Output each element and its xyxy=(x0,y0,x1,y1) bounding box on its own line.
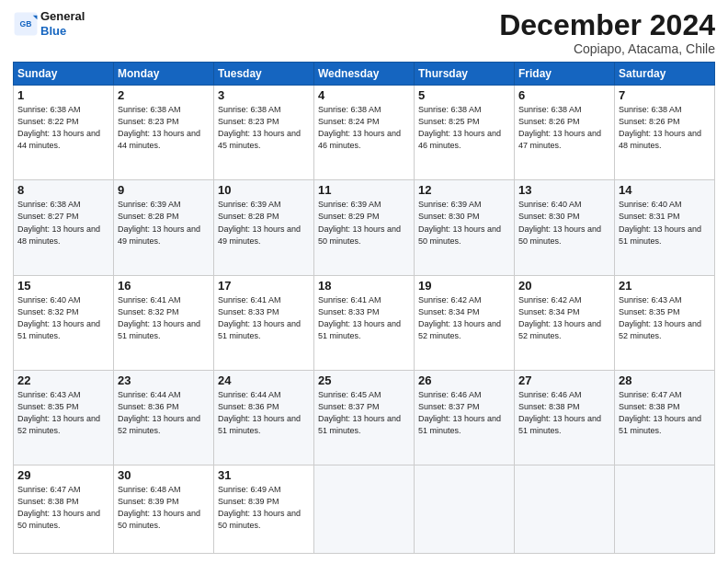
table-row: 2 Sunrise: 6:38 AMSunset: 8:23 PMDayligh… xyxy=(114,86,214,180)
table-row: 15 Sunrise: 6:40 AMSunset: 8:32 PMDaylig… xyxy=(14,275,114,370)
table-row: 12 Sunrise: 6:39 AMSunset: 8:30 PMDaylig… xyxy=(415,180,515,275)
table-row xyxy=(314,465,415,554)
table-row: 1 Sunrise: 6:38 AMSunset: 8:22 PMDayligh… xyxy=(14,86,114,180)
table-row: 3 Sunrise: 6:38 AMSunset: 8:23 PMDayligh… xyxy=(214,86,314,180)
col-friday: Friday xyxy=(515,63,615,86)
table-row: 10 Sunrise: 6:39 AMSunset: 8:28 PMDaylig… xyxy=(214,180,314,275)
logo-icon: GB xyxy=(13,11,39,37)
table-row: 28 Sunrise: 6:47 AMSunset: 8:38 PMDaylig… xyxy=(615,370,715,465)
calendar-table: Sunday Monday Tuesday Wednesday Thursday… xyxy=(13,62,715,554)
table-row: 4 Sunrise: 6:38 AMSunset: 8:24 PMDayligh… xyxy=(314,86,415,180)
page: GB General Blue December 2024 Copiapo, A… xyxy=(0,0,728,563)
title-block: December 2024 Copiapo, Atacama, Chile xyxy=(499,9,715,56)
logo-text: General Blue xyxy=(40,9,85,38)
col-sunday: Sunday xyxy=(14,63,114,86)
table-row: 13 Sunrise: 6:40 AMSunset: 8:30 PMDaylig… xyxy=(515,180,615,275)
table-row: 17 Sunrise: 6:41 AMSunset: 8:33 PMDaylig… xyxy=(214,275,314,370)
table-row: 6 Sunrise: 6:38 AMSunset: 8:26 PMDayligh… xyxy=(515,86,615,180)
table-row: 11 Sunrise: 6:39 AMSunset: 8:29 PMDaylig… xyxy=(314,180,415,275)
header: GB General Blue December 2024 Copiapo, A… xyxy=(13,9,715,56)
table-row: 5 Sunrise: 6:38 AMSunset: 8:25 PMDayligh… xyxy=(415,86,515,180)
logo: GB General Blue xyxy=(13,9,85,38)
table-row: 14 Sunrise: 6:40 AMSunset: 8:31 PMDaylig… xyxy=(615,180,715,275)
table-row: 29 Sunrise: 6:47 AMSunset: 8:38 PMDaylig… xyxy=(14,465,114,554)
table-row: 7 Sunrise: 6:38 AMSunset: 8:26 PMDayligh… xyxy=(615,86,715,180)
table-row: 9 Sunrise: 6:39 AMSunset: 8:28 PMDayligh… xyxy=(114,180,214,275)
table-row: 26 Sunrise: 6:46 AMSunset: 8:37 PMDaylig… xyxy=(415,370,515,465)
logo-line1: General xyxy=(40,9,85,24)
table-row: 31 Sunrise: 6:49 AMSunset: 8:39 PMDaylig… xyxy=(214,465,314,554)
table-row: 30 Sunrise: 6:48 AMSunset: 8:39 PMDaylig… xyxy=(114,465,214,554)
col-saturday: Saturday xyxy=(615,63,715,86)
header-row: Sunday Monday Tuesday Wednesday Thursday… xyxy=(14,63,715,86)
table-row: 19 Sunrise: 6:42 AMSunset: 8:34 PMDaylig… xyxy=(415,275,515,370)
col-wednesday: Wednesday xyxy=(314,63,415,86)
month-title: December 2024 xyxy=(499,9,715,41)
table-row: 24 Sunrise: 6:44 AMSunset: 8:36 PMDaylig… xyxy=(214,370,314,465)
table-row: 27 Sunrise: 6:46 AMSunset: 8:38 PMDaylig… xyxy=(515,370,615,465)
table-row xyxy=(615,465,715,554)
table-row: 21 Sunrise: 6:43 AMSunset: 8:35 PMDaylig… xyxy=(615,275,715,370)
col-tuesday: Tuesday xyxy=(214,63,314,86)
col-monday: Monday xyxy=(114,63,214,86)
col-thursday: Thursday xyxy=(415,63,515,86)
table-row: 23 Sunrise: 6:44 AMSunset: 8:36 PMDaylig… xyxy=(114,370,214,465)
table-row xyxy=(515,465,615,554)
location-subtitle: Copiapo, Atacama, Chile xyxy=(499,41,715,56)
svg-text:GB: GB xyxy=(20,19,32,29)
table-row: 18 Sunrise: 6:41 AMSunset: 8:33 PMDaylig… xyxy=(314,275,415,370)
table-row: 20 Sunrise: 6:42 AMSunset: 8:34 PMDaylig… xyxy=(515,275,615,370)
logo-line2: Blue xyxy=(40,24,85,39)
table-row: 25 Sunrise: 6:45 AMSunset: 8:37 PMDaylig… xyxy=(314,370,415,465)
table-row xyxy=(415,465,515,554)
table-row: 22 Sunrise: 6:43 AMSunset: 8:35 PMDaylig… xyxy=(14,370,114,465)
table-row: 16 Sunrise: 6:41 AMSunset: 8:32 PMDaylig… xyxy=(114,275,214,370)
table-row: 8 Sunrise: 6:38 AMSunset: 8:27 PMDayligh… xyxy=(14,180,114,275)
